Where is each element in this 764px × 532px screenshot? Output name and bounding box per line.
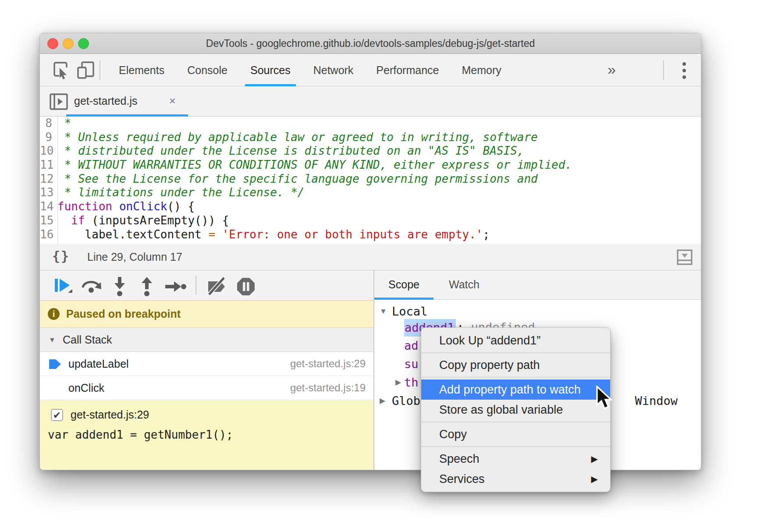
step-over-button[interactable] (80, 276, 103, 299)
current-frame-icon (48, 358, 63, 372)
context-menu: Look Up “addend1”Copy property pathAdd p… (421, 327, 611, 492)
pretty-print-icon[interactable]: {} (52, 244, 70, 270)
menu-item-store-as-global-variable[interactable]: Store as global variable (421, 400, 610, 420)
menu-item-look-up-addend1[interactable]: Look Up “addend1” (421, 330, 610, 351)
submenu-arrow-icon: ▶ (591, 469, 598, 489)
screenshot-stage: DevTools - googlechrome.github.io/devtoo… (0, 0, 764, 532)
frame-location[interactable]: get-started.js:29 (290, 352, 366, 376)
scope-var-name: su (404, 356, 419, 372)
menu-item-speech[interactable]: Speech▶ (421, 449, 610, 469)
code-text: * limitations under the License. */ (55, 186, 305, 200)
menu-separator (421, 352, 610, 353)
code-text: * WITHOUT WARRANTIES OR CONDITIONS OF AN… (55, 158, 572, 172)
tab-console[interactable]: Console (187, 54, 227, 86)
file-tab-name: get-started.js (74, 86, 138, 117)
line-number: 9 (40, 131, 55, 145)
submenu-arrow-icon: ▶ (591, 449, 598, 469)
menu-item-add-property-path-to-watch[interactable]: Add property path to watch (421, 379, 610, 400)
line-number: 14 (40, 200, 55, 214)
code-line: 12 * See the License for the specific la… (40, 172, 701, 186)
line-number: 10 (40, 144, 55, 158)
tab-elements[interactable]: Elements (119, 54, 164, 86)
editor-status-bar: {} Line 29, Column 17 (40, 244, 701, 270)
paused-message: Paused on breakpoint (66, 301, 181, 328)
menu-separator (421, 446, 610, 447)
code-text: * See the License for the specific langu… (55, 172, 538, 186)
line-number: 13 (40, 186, 55, 200)
window-title: DevTools - googlechrome.github.io/devtoo… (40, 33, 701, 54)
tab-memory[interactable]: Memory (462, 54, 501, 86)
code-line: 13 * limitations under the License. */ (40, 186, 701, 200)
call-stack-frame[interactable]: onClickget-started.js:19 (40, 376, 373, 400)
frame-location[interactable]: get-started.js:19 (290, 376, 366, 400)
step-button[interactable] (164, 276, 187, 299)
more-tabs-chevron-icon[interactable]: » (608, 54, 616, 86)
customize-devtools-icon[interactable] (682, 62, 686, 79)
breakpoint-location: get-started.js:29 (71, 404, 149, 426)
code-text: if (inputsAreEmpty()) { (55, 214, 229, 228)
menu-item-copy[interactable]: Copy (421, 424, 610, 444)
toolbar-divider (99, 60, 100, 80)
tab-watch[interactable]: Watch (440, 270, 488, 300)
expander-triangle-icon[interactable]: ▶ (395, 374, 401, 391)
line-number: 12 (40, 172, 55, 186)
line-number: 11 (40, 158, 55, 172)
breakpoint-entry[interactable]: ✔get-started.js:29var addend1 = getNumbe… (40, 400, 373, 470)
breakpoint-checkbox[interactable]: ✔ (51, 409, 63, 421)
line-number: 15 (40, 214, 55, 228)
code-line: 11 * WITHOUT WARRANTIES OR CONDITIONS OF… (40, 158, 701, 172)
call-stack-header[interactable]: ▼ Call Stack (40, 328, 373, 352)
tab-network[interactable]: Network (313, 54, 354, 86)
scope-var-name: th (404, 374, 419, 391)
pause-on-exceptions-button[interactable] (235, 276, 256, 299)
title-bar: DevTools - googlechrome.github.io/devtoo… (40, 33, 701, 54)
kebab-dot (682, 69, 686, 72)
gutter-border (57, 117, 58, 244)
collapse-triangle-icon: ▼ (49, 328, 56, 352)
menu-item-copy-property-path[interactable]: Copy property path (421, 355, 610, 375)
scope-var-name: Local (392, 303, 427, 320)
step-into-button[interactable] (110, 276, 129, 299)
file-tab-get-started[interactable]: get-started.js × (66, 86, 188, 117)
scope-var-value: Window (635, 393, 678, 409)
kebab-dot (682, 75, 686, 79)
cursor-position-label: Line 29, Column 17 (87, 244, 182, 270)
breakpoint-code: var addend1 = getNumber1(); (48, 425, 233, 445)
device-toolbar-icon[interactable] (76, 60, 95, 80)
code-line: 10 * distributed under the License is di… (40, 144, 701, 158)
toggle-drawer-icon[interactable] (676, 249, 693, 266)
debug-toolbar (40, 270, 373, 301)
paused-message-bar: i Paused on breakpoint (40, 301, 373, 328)
code-text: * Unless required by applicable law or a… (55, 131, 538, 145)
step-out-button[interactable] (137, 276, 156, 299)
source-code-editor[interactable]: 8 *9 * Unless required by applicable law… (40, 117, 701, 244)
code-text: function onClick() { (55, 200, 195, 214)
show-navigator-icon[interactable] (49, 92, 68, 111)
main-toolbar: ElementsConsoleSourcesNetworkPerformance… (40, 54, 701, 86)
expander-triangle-icon[interactable]: ▶ (380, 393, 385, 409)
code-line: 9 * Unless required by applicable law or… (40, 131, 701, 145)
code-line: 8 * (40, 117, 701, 131)
frame-name: updateLabel (68, 352, 129, 376)
mouse-cursor-icon (595, 386, 618, 415)
scope-row-local[interactable]: ▼Local (374, 303, 701, 320)
resume-script-button[interactable] (53, 276, 74, 299)
expander-triangle-icon[interactable]: ▼ (380, 303, 387, 320)
tab-scope[interactable]: Scope (374, 270, 434, 300)
deactivate-breakpoints-button[interactable] (206, 276, 228, 299)
code-text: * distributed under the License is distr… (55, 144, 524, 158)
menu-item-services[interactable]: Services▶ (421, 469, 610, 489)
close-file-tab-icon[interactable]: × (169, 86, 176, 117)
tab-performance[interactable]: Performance (376, 54, 439, 86)
info-icon: i (48, 308, 60, 320)
line-number: 8 (40, 117, 55, 131)
menu-separator (421, 377, 610, 378)
debugger-left-pane: i Paused on breakpoint ▼ Call Stack upda… (40, 270, 373, 470)
frame-name: onClick (68, 376, 104, 400)
tab-sources[interactable]: Sources (250, 54, 291, 86)
kebab-dot (682, 62, 686, 66)
inspect-element-icon[interactable] (51, 60, 70, 80)
menu-separator (421, 422, 610, 422)
code-line: 16 label.textContent = 'Error: one or bo… (40, 228, 701, 242)
call-stack-frame[interactable]: updateLabelget-started.js:29 (40, 352, 373, 376)
